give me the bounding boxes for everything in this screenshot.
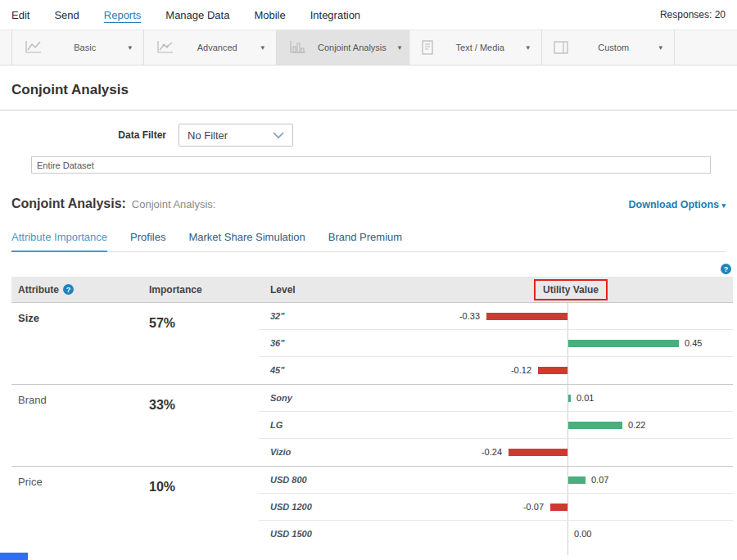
attribute-help-icon[interactable]: ? <box>63 284 74 295</box>
caret-down-icon: ▾ <box>526 43 530 52</box>
level-row: USD 15000.00 <box>259 521 733 548</box>
attribute-name: Size <box>11 303 149 384</box>
attribute-group-row: Brand33%Sony0.01LG0.22Vizio-0.24 <box>11 384 733 466</box>
report-tabs: Attribute ImportanceProfilesMarket Share… <box>11 231 726 252</box>
level-row: Sony0.01 <box>259 385 733 412</box>
utility-value-label: -0.33 <box>459 303 480 330</box>
level-row: 32"-0.33 <box>259 303 733 330</box>
data-filter-label: Data Filter <box>0 129 179 141</box>
scatter-chart-icon <box>156 40 174 55</box>
chevron-down-icon <box>273 132 284 139</box>
attribute-name: Price <box>11 467 149 548</box>
utility-value-label: 0.01 <box>576 385 594 412</box>
utility-bar <box>568 340 679 347</box>
top-nav-items: EditSendReportsManage DataMobileIntegrat… <box>11 9 385 21</box>
level-row: 45"-0.12 <box>259 357 733 384</box>
table-header-row: Attribute ? Importance Level Utility Val… <box>11 277 733 302</box>
toolbar-item-label: Text / Media <box>445 43 514 52</box>
level-label: LG <box>270 412 283 439</box>
utility-bar <box>509 449 567 456</box>
importance-column-header: Importance <box>149 284 259 296</box>
caret-down-icon: ▾ <box>260 43 265 52</box>
line-chart-icon <box>24 40 42 55</box>
nav-item-reports[interactable]: Reports <box>104 9 142 21</box>
nav-item-edit[interactable]: Edit <box>11 9 29 21</box>
caret-down-icon: ▾ <box>398 43 402 52</box>
importance-value: 33% <box>149 385 259 466</box>
nav-item-manage-data[interactable]: Manage Data <box>165 9 229 21</box>
toolbar-item-conjoint-analysis[interactable]: Conjoint Analysis▾ <box>277 30 409 65</box>
level-column-header-cell: Level Utility Value <box>259 277 733 302</box>
utility-value-label: -0.07 <box>523 494 544 521</box>
help-row: ? <box>0 261 731 272</box>
data-filter-selected-value: No Filter <box>188 129 228 142</box>
bar-chart-icon <box>288 40 306 55</box>
data-filter-row: Data Filter No Filter <box>0 124 737 147</box>
utility-bar <box>568 476 586 484</box>
utility-value-annotation-box: Utility Value <box>534 279 608 300</box>
caret-down-icon: ▾ <box>658 43 662 52</box>
toolbar-item-advanced[interactable]: Advanced▾ <box>144 30 277 65</box>
utility-bar <box>568 422 622 429</box>
caret-down-icon: ▾ <box>128 43 132 52</box>
tab-profiles[interactable]: Profiles <box>130 231 165 251</box>
responses-count: Responses: 20 <box>660 9 726 20</box>
download-options-button[interactable]: Download Options ▾ <box>629 199 726 210</box>
levels-chart-area: USD 8000.07USD 1200-0.07USD 15000.00 <box>259 467 733 548</box>
table-body: Size57%32"-0.3336"0.4545"-0.12Brand33%So… <box>11 302 733 548</box>
level-row: Vizio-0.24 <box>259 439 733 466</box>
report-section-title: Conjoint Analysis: <box>11 196 126 211</box>
utility-bar <box>568 395 571 402</box>
tab-attribute-importance[interactable]: Attribute Importance <box>11 231 107 252</box>
utility-value-label: 0.45 <box>685 330 702 357</box>
utility-bar <box>550 504 567 511</box>
utility-bar <box>486 313 567 320</box>
top-nav: EditSendReportsManage DataMobileIntegrat… <box>0 0 737 29</box>
caret-down-icon: ▾ <box>721 201 726 210</box>
report-section-subtitle: Conjoint Analysis: <box>132 198 216 210</box>
attribute-column-header: Attribute ? <box>11 284 149 296</box>
tab-market-share-simulation[interactable]: Market Share Simulation <box>188 231 305 251</box>
importance-value: 10% <box>149 467 259 548</box>
toolbar-item-basic[interactable]: Basic▾ <box>11 30 144 65</box>
bottom-left-widget-partial[interactable] <box>0 553 28 560</box>
utility-value-label: -0.24 <box>482 439 502 466</box>
levels-chart-area: Sony0.01LG0.22Vizio-0.24 <box>259 385 733 466</box>
page-title: Conjoint Analysis <box>0 65 737 110</box>
report-type-toolbar: Basic▾Advanced▾Conjoint Analysis▾Text / … <box>0 29 737 65</box>
layout-icon <box>554 41 568 54</box>
toolbar-item-label: Advanced <box>185 43 249 52</box>
help-icon[interactable]: ? <box>721 264 731 274</box>
utility-value-label: 0.07 <box>591 467 608 494</box>
level-row: USD 8000.07 <box>259 467 733 494</box>
attribute-group-row: Size57%32"-0.3336"0.4545"-0.12 <box>11 302 733 384</box>
tab-brand-premium[interactable]: Brand Premium <box>328 231 402 251</box>
level-label: 36" <box>270 330 284 357</box>
levels-chart-area: 32"-0.3336"0.4545"-0.12 <box>259 303 733 384</box>
level-label: 32" <box>270 303 284 330</box>
level-label: USD 1500 <box>270 521 312 548</box>
nav-item-integration[interactable]: Integration <box>310 9 360 21</box>
document-icon <box>421 40 434 55</box>
report-section-header: Conjoint Analysis: Conjoint Analysis: Do… <box>11 196 726 211</box>
toolbar-item-text-media[interactable]: Text / Media▾ <box>409 30 542 65</box>
nav-item-send[interactable]: Send <box>54 9 79 21</box>
toolbar-item-label: Conjoint Analysis <box>318 43 387 52</box>
nav-item-mobile[interactable]: Mobile <box>254 9 285 21</box>
utility-bar <box>538 367 567 374</box>
level-row: LG0.22 <box>259 412 733 439</box>
level-label: USD 800 <box>270 467 307 494</box>
title-divider <box>0 110 737 111</box>
toolbar-item-label: Custom <box>580 43 647 52</box>
attribute-group-row: Price10%USD 8000.07USD 1200-0.07USD 1500… <box>11 466 733 548</box>
level-label: Vizio <box>270 439 291 466</box>
dataset-input[interactable] <box>31 156 711 174</box>
data-filter-select[interactable]: No Filter <box>179 124 293 147</box>
level-label: 45" <box>270 357 284 384</box>
level-label: USD 1200 <box>270 494 312 521</box>
importance-value: 57% <box>149 303 259 384</box>
level-label: Sony <box>270 385 292 412</box>
attribute-name: Brand <box>11 385 149 466</box>
toolbar-item-custom[interactable]: Custom▾ <box>542 30 675 65</box>
level-row: USD 1200-0.07 <box>259 494 733 521</box>
